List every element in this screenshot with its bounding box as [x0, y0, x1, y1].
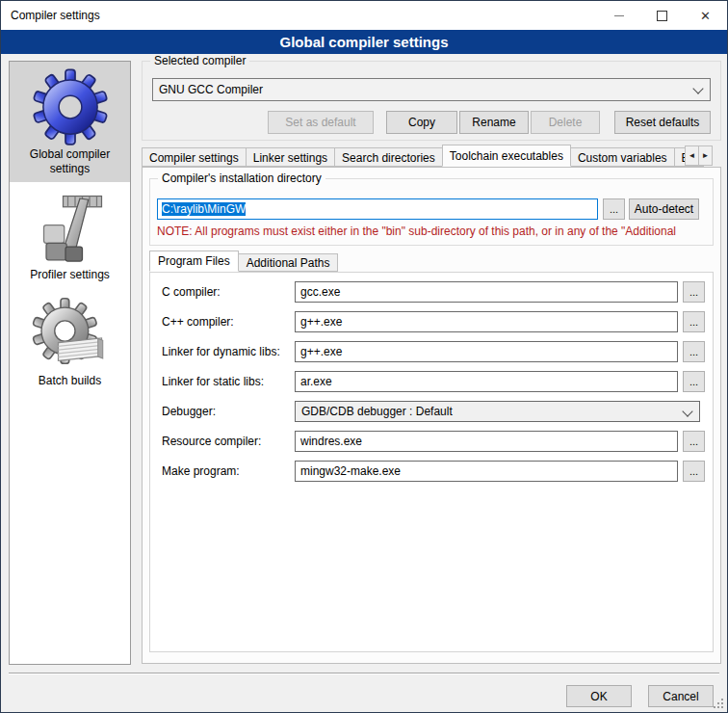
tab-search-directories[interactable]: Search directories [334, 147, 443, 167]
program-files-page: C compiler:...C++ compiler:...Linker for… [149, 272, 714, 652]
maximize-icon [657, 11, 667, 21]
compiler-actions: Set as defaultCopyRenameDeleteReset defa… [152, 111, 711, 134]
cpp-compiler-browse-button[interactable]: ... [683, 311, 705, 332]
auto-detect-button[interactable]: Auto-detect [629, 198, 699, 220]
make-program-row: Make program:... [150, 461, 713, 482]
linker-dynamic-input[interactable] [295, 341, 678, 362]
sidebar-item-profiler-settings[interactable]: Profiler settings [10, 182, 130, 288]
debugger-select[interactable]: GDB/CDB debugger : Default [295, 401, 700, 422]
window-controls: ✕ [597, 1, 727, 30]
footer-divider [9, 673, 719, 674]
minimize-icon [614, 15, 624, 16]
debugger-label: Debugger: [162, 401, 216, 422]
tab-scroll-controls: ◄ ► [686, 145, 720, 166]
copy-button[interactable]: Copy [386, 111, 457, 134]
linker-static-input[interactable] [295, 371, 678, 392]
installation-directory-selected-text: C:\raylib\MinGW [162, 202, 246, 216]
sidebar-item-global-compiler-settings[interactable]: Global compiler settings [10, 62, 130, 182]
gray-gear-stack-icon [32, 295, 109, 372]
maximize-button[interactable] [640, 1, 684, 30]
c-compiler-row: C compiler:... [150, 281, 713, 303]
close-icon: ✕ [700, 10, 711, 22]
dialog-body: Global compiler settings [1, 54, 727, 713]
subtab-program-files[interactable]: Program Files [149, 251, 239, 272]
selected-compiler-group-label: Selected compiler [150, 54, 249, 67]
chevron-down-icon [682, 406, 692, 416]
debugger-select-value: GDB/CDB debugger : Default [301, 405, 453, 418]
resource-compiler-row: Resource compiler:... [150, 431, 713, 452]
reset-defaults-button[interactable]: Reset defaults [614, 111, 711, 134]
resource-compiler-label: Resource compiler: [162, 431, 261, 452]
tab-scroll-right-button[interactable]: ► [698, 145, 713, 166]
tab-custom-variables[interactable]: Custom variables [570, 147, 675, 167]
sidebar-item-label: Batch builds [12, 374, 128, 388]
linker-dynamic-row: Linker for dynamic libs:... [150, 341, 713, 362]
toolchain-executables-page: Compiler's installation directory C:\ray… [142, 167, 721, 664]
tab-compiler-settings[interactable]: Compiler settings [142, 147, 247, 167]
compiler-select-value: GNU GCC Compiler [159, 83, 263, 96]
make-program-label: Make program: [162, 461, 240, 482]
compiler-tabs: Compiler settingsLinker settingsSearch d… [142, 145, 721, 167]
blue-gear-icon [32, 68, 109, 145]
tab-toolchain-executables[interactable]: Toolchain executables [442, 145, 571, 167]
cpp-compiler-label: C++ compiler: [162, 311, 234, 332]
resource-compiler-input[interactable] [295, 431, 678, 452]
titlebar: Compiler settings ✕ [1, 1, 727, 30]
sidebar-item-label: Profiler settings [12, 268, 128, 282]
subtab-additional-paths[interactable]: Additional Paths [238, 253, 339, 272]
ok-button[interactable]: OK [566, 685, 632, 707]
caliper-icon [32, 189, 109, 266]
cpp-compiler-input[interactable] [295, 311, 678, 332]
delete-button: Delete [531, 111, 600, 134]
linker-dynamic-label: Linker for dynamic libs: [162, 341, 280, 362]
window-title: Compiler settings [11, 9, 100, 22]
tab-scroll-left-button[interactable]: ◄ [685, 145, 699, 166]
bin-subdirectory-note: NOTE: All programs must exist either in … [157, 224, 710, 238]
paths-subtabs: Program FilesAdditional Paths [149, 251, 337, 272]
tab-linker-settings[interactable]: Linker settings [246, 147, 335, 167]
linker-static-label: Linker for static libs: [162, 371, 264, 392]
set-as-default-button: Set as default [268, 111, 374, 134]
linker-dynamic-browse-button[interactable]: ... [683, 341, 705, 362]
debugger-row: Debugger:GDB/CDB debugger : Default [150, 401, 713, 422]
cancel-button[interactable]: Cancel [648, 685, 714, 707]
linker-static-row: Linker for static libs:... [150, 371, 713, 392]
close-button[interactable]: ✕ [684, 1, 727, 30]
resource-compiler-browse-button[interactable]: ... [683, 431, 705, 452]
c-compiler-label: C compiler: [162, 281, 221, 303]
compiler-settings-dialog: Compiler settings ✕ Global compiler sett… [0, 0, 728, 713]
installation-directory-input[interactable]: C:\raylib\MinGW [157, 198, 598, 220]
linker-static-browse-button[interactable]: ... [683, 371, 705, 392]
installation-directory-browse-button[interactable]: ... [603, 198, 625, 220]
page-title: Global compiler settings [1, 30, 727, 54]
compiler-select[interactable]: GNU GCC Compiler [152, 78, 711, 101]
installation-directory-group: Compiler's installation directory C:\ray… [149, 178, 714, 246]
rename-button[interactable]: Rename [459, 111, 529, 134]
selected-compiler-group: Selected compiler GNU GCC Compiler Set a… [142, 61, 721, 141]
settings-category-list: Global compiler settings [9, 61, 131, 665]
make-program-browse-button[interactable]: ... [683, 461, 705, 482]
resize-grip-icon[interactable] [712, 697, 724, 709]
cpp-compiler-row: C++ compiler:... [150, 311, 713, 332]
make-program-input[interactable] [295, 461, 678, 482]
sidebar-item-label: Global compiler settings [12, 147, 128, 176]
minimize-button[interactable] [597, 1, 640, 30]
chevron-down-icon [692, 83, 703, 93]
c-compiler-input[interactable] [295, 281, 678, 303]
c-compiler-browse-button[interactable]: ... [683, 281, 705, 303]
sidebar-item-batch-builds[interactable]: Batch builds [10, 288, 130, 394]
installation-directory-group-label: Compiler's installation directory [158, 172, 325, 185]
